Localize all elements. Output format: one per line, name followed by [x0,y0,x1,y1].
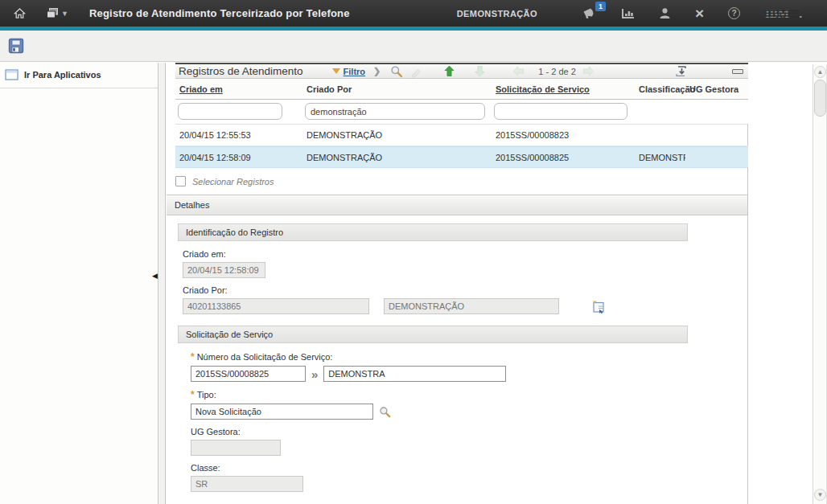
select-records-label: Selecionar Registros [192,177,274,186]
column-header-ug-gestora: UG Gestora [685,84,748,94]
help-icon[interactable]: ? [728,7,740,19]
numero-field[interactable] [191,366,306,382]
app-window: ▼ Registro de Atendimento Terceirizado p… [0,0,827,504]
announcements-icon[interactable]: 1 [582,7,597,19]
save-button[interactable] [6,36,26,55]
cell-criado-por: DEMONSTRAÇÃO [302,153,492,162]
cell-criado-por: DEMONSTRAÇÃO [302,130,492,140]
sidebar: Ir Para Aplicativos [0,63,158,504]
numero-label: Número da Solicitação de Serviço: [197,352,333,362]
notification-badge: 1 [595,2,606,11]
expand-filter-icon[interactable]: ❯ [373,66,381,76]
sidebar-item-label: Ir Para Aplicativos [24,70,101,80]
previous-record-icon[interactable] [443,65,455,77]
table-header-row: Criado em Criado Por Solicitação de Serv… [175,79,748,100]
main-area: Ir Para Aplicativos ◀ Registros de Atend… [0,63,827,504]
cell-solicitacao: 2015SS/00008825 [492,153,635,162]
column-header-criado-por: Criado Por [302,84,492,94]
double-chevron-icon[interactable]: » [311,367,318,381]
sidebar-splitter[interactable]: ◀ [158,63,166,504]
scrollbar-thumb[interactable] [814,80,826,117]
question-mark-icon: ? [728,7,740,19]
cell-solicitacao: 2015SS/00008823 [492,130,635,140]
collapse-sidebar-icon[interactable]: ◀ [152,272,158,280]
filter-caret-icon[interactable] [332,68,340,74]
applications-icon [5,69,19,80]
profile-icon[interactable] [659,7,671,19]
search-icon[interactable] [390,65,403,78]
reports-icon[interactable] [621,8,635,19]
details-title: Detalhes [175,200,209,210]
toolbar [0,31,827,62]
numero-description-field[interactable] [323,366,506,382]
filter-toggle-link[interactable]: Filtro [344,67,366,76]
sidebar-item-go-to-applications[interactable]: Ir Para Aplicativos [0,63,158,88]
required-icon [191,352,197,362]
service-request-title: Solicitação de Serviço [186,330,273,339]
records-table: Registros de Atendimento Filtro ❯ [175,63,748,168]
details-panel: Identificação do Registro Criado em: Cri… [167,215,747,492]
filter-criado-por-input[interactable] [305,103,485,120]
table-toolbar: Registros de Atendimento Filtro ❯ [175,63,748,79]
user-label[interactable]: DEMONSTRAÇÃO [457,9,537,18]
select-records-row: Selecionar Registros [175,176,747,186]
table-row[interactable]: 20/04/15 12:55:53 DEMONSTRAÇÃO 2015SS/00… [175,125,748,146]
table-title: Registros de Atendimento [179,65,303,77]
app-switcher-icon[interactable]: ▼ [46,7,68,19]
filter-criado-em-input[interactable] [178,103,282,120]
cell-classificacao: DEMONSTRA [635,153,685,162]
identification-title: Identificação do Registro [186,227,283,237]
ibm-logo: IBM [764,6,803,21]
required-icon [191,390,197,400]
criado-por-name-field [384,298,559,314]
select-records-checkbox[interactable] [175,176,186,186]
next-page-icon [582,65,595,77]
tipo-lookup-icon[interactable] [379,406,391,418]
clear-filter-icon [410,65,423,78]
previous-page-icon [512,65,525,77]
details-section-header[interactable]: Detalhes [167,195,747,215]
column-header-solicitacao[interactable]: Solicitação de Serviço [492,84,635,94]
download-icon[interactable] [675,65,687,77]
scroll-up-icon[interactable]: ▲ [814,66,826,78]
vertical-scrollbar[interactable]: ▲ ▼ [813,64,827,504]
pagination-label: 1 - 2 de 2 [538,67,575,76]
table-filter-row [175,100,748,125]
top-header: ▼ Registro de Atendimento Terceirizado p… [0,0,827,27]
tipo-label: Tipo: [197,390,216,400]
classe-field [191,476,303,492]
close-icon[interactable]: × [695,8,704,19]
detail-menu-icon[interactable] [591,300,606,313]
filter-solicitacao-input[interactable] [494,103,627,120]
content-area: Registros de Atendimento Filtro ❯ [167,63,748,504]
criado-em-label: Criado em: [183,249,747,259]
next-record-icon [474,65,486,77]
minimize-table-icon[interactable] [732,69,743,74]
chevron-down-icon: ▼ [61,10,68,18]
identification-section-header: Identificação do Registro [178,223,688,241]
table-row-selected[interactable]: 20/04/15 12:58:09 DEMONSTRAÇÃO 2015SS/00… [175,146,748,168]
ug-gestora-field [191,440,281,456]
classe-label: Classe: [191,463,747,473]
cell-criado-em: 20/04/15 12:58:09 [175,153,302,162]
criado-por-label: Criado Por: [183,285,747,295]
criado-por-id-field [183,298,369,314]
scroll-down-icon[interactable]: ▼ [814,489,826,501]
ug-gestora-label: UG Gestora: [191,427,747,436]
home-icon[interactable] [13,7,27,20]
tipo-field[interactable] [191,404,373,420]
criado-em-field [183,262,265,278]
page-title: Registro de Atendimento Terceirizado por… [89,7,350,19]
column-header-classificacao: Classificação [635,84,685,94]
cell-criado-em: 20/04/15 12:55:53 [175,130,302,140]
column-header-criado-em[interactable]: Criado em [175,84,302,94]
service-request-section-header: Solicitação de Serviço [178,326,688,343]
